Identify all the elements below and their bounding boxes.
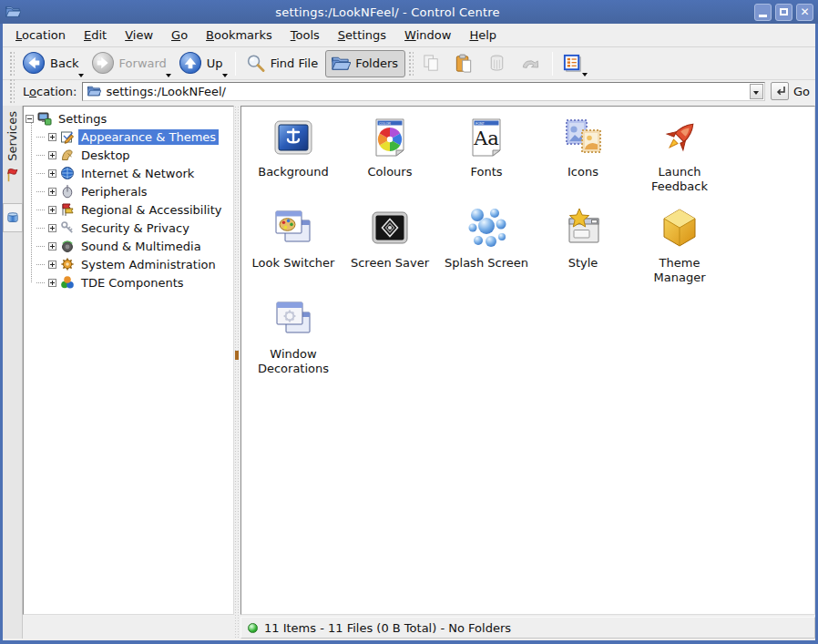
close-button[interactable]: ✕ xyxy=(796,4,813,21)
view-mode-button[interactable] xyxy=(557,50,590,77)
up-label: Up xyxy=(207,56,223,70)
maximize-button[interactable] xyxy=(775,4,792,21)
menu-go[interactable]: Go xyxy=(162,26,197,45)
style-icon xyxy=(561,207,605,250)
back-button[interactable]: Back xyxy=(17,48,87,78)
forward-dropdown-caret[interactable] xyxy=(166,74,171,77)
up-button[interactable]: Up xyxy=(174,48,230,78)
locationbar-drag-handle[interactable] xyxy=(9,78,15,104)
tree-item-desktop[interactable]: Desktop xyxy=(26,146,231,164)
tree-expand-toggle[interactable] xyxy=(48,261,56,269)
tree-item-label[interactable]: Desktop xyxy=(78,148,133,163)
tree-expand-toggle[interactable] xyxy=(48,206,56,214)
trash-button[interactable] xyxy=(482,50,515,77)
tree-item-regional-accessibility[interactable]: Regional & Accessibility xyxy=(26,200,231,219)
menu-edit[interactable]: Edit xyxy=(75,26,116,45)
window-title: settings:/LookNFeel/ - Control Centre xyxy=(21,5,754,19)
tree-item-security-privacy[interactable]: Security & Privacy xyxy=(26,219,231,237)
tree-expand-toggle[interactable] xyxy=(48,133,56,141)
tree-item-label[interactable]: Settings xyxy=(56,111,109,127)
location-input[interactable]: settings:/LookNFeel/ xyxy=(82,82,765,101)
icon-view-item-background[interactable]: Background xyxy=(258,116,329,207)
tree-item-appearance-themes[interactable]: Appearance & Themes xyxy=(26,128,231,146)
tree-item-label[interactable]: Internet & Network xyxy=(78,166,197,181)
minimize-button[interactable] xyxy=(754,4,772,21)
tree-expand-toggle[interactable] xyxy=(48,188,56,196)
tree-item-label[interactable]: Appearance & Themes xyxy=(78,129,219,145)
panel-splitter[interactable] xyxy=(234,106,240,639)
icon-view-item-label: Screen Saver xyxy=(351,256,429,271)
tree-item-label[interactable]: TDE Components xyxy=(78,275,187,291)
tree-connector xyxy=(36,191,45,192)
location-value[interactable]: settings:/LookNFeel/ xyxy=(106,85,745,98)
titlebar[interactable]: settings:/LookNFeel/ - Control Centre ✕ xyxy=(0,0,818,24)
tree-item-peripherals[interactable]: Peripherals xyxy=(26,182,231,200)
icon-view-item-screen-saver[interactable]: Screen Saver xyxy=(351,207,429,298)
icon-view-item-icons[interactable]: Icons xyxy=(561,116,605,207)
menu-settings[interactable]: Settings xyxy=(329,26,395,45)
paste-button[interactable] xyxy=(449,50,482,77)
tree-item-label[interactable]: Peripherals xyxy=(78,184,150,199)
toolbar-separator xyxy=(235,52,236,76)
splitter-grip-icon[interactable] xyxy=(235,351,239,360)
return-arrow-icon xyxy=(772,84,787,98)
tree-item-label[interactable]: Security & Privacy xyxy=(78,220,192,236)
view-mode-dropdown-caret[interactable] xyxy=(582,73,588,77)
green-led-icon xyxy=(248,623,258,633)
back-dropdown-caret[interactable] xyxy=(78,74,84,77)
bookmark-flag-icon[interactable] xyxy=(5,167,21,183)
sidebar-tab-services[interactable] xyxy=(3,203,23,232)
peripherals-icon xyxy=(60,184,75,199)
tree-item-label[interactable]: Regional & Accessibility xyxy=(78,202,224,218)
menu-location[interactable]: Location xyxy=(6,26,75,45)
tree-connector xyxy=(36,137,45,138)
main-toolbar: Back Forward Up Find File Folders xyxy=(3,47,815,80)
internet-icon xyxy=(60,166,75,180)
tree-item-tde-components[interactable]: TDE Components xyxy=(26,273,231,291)
go-button[interactable]: Go xyxy=(771,82,810,100)
tree-item-sound-multimedia[interactable]: Sound & Multimedia xyxy=(26,237,231,255)
icon-view-item-fonts[interactable]: FONTAaFonts xyxy=(465,116,508,207)
tree-expand-toggle[interactable] xyxy=(48,279,56,287)
icon-view-item-colours[interactable]: COLORColours xyxy=(368,116,413,207)
find-file-button[interactable]: Find File xyxy=(240,50,326,77)
copy-button[interactable] xyxy=(416,50,449,77)
menu-window[interactable]: Window xyxy=(395,26,460,45)
icon-view-item-window-decorations[interactable]: Window Decorations xyxy=(250,298,337,389)
folders-button[interactable]: Folders xyxy=(325,50,405,77)
tree-expand-toggle[interactable] xyxy=(48,169,56,178)
find-file-icon xyxy=(245,53,266,74)
security-icon xyxy=(60,220,75,235)
sidebar-tab-label: Services xyxy=(6,111,18,161)
tree-item-label[interactable]: Sound & Multimedia xyxy=(78,239,204,254)
tree-collapse-toggle[interactable] xyxy=(26,115,34,123)
tree-expand-toggle[interactable] xyxy=(48,151,56,159)
icon-view-item-style[interactable]: Style xyxy=(561,207,605,298)
splash-screen-icon xyxy=(465,207,508,250)
up-dropdown-caret[interactable] xyxy=(222,74,228,77)
menu-bookmarks[interactable]: Bookmarks xyxy=(197,26,281,45)
icon-view-item-theme-manager[interactable]: Theme Manager xyxy=(636,207,723,298)
tree-expand-toggle[interactable] xyxy=(48,224,56,232)
toolbar-drag-handle[interactable] xyxy=(9,51,15,77)
menu-help[interactable]: Help xyxy=(460,26,506,45)
sound-icon xyxy=(60,239,75,253)
icon-view-item-splash-screen[interactable]: Splash Screen xyxy=(445,207,528,298)
find-file-label: Find File xyxy=(271,56,319,70)
svg-text:Aa: Aa xyxy=(473,128,499,149)
tree-item-internet-network[interactable]: Internet & Network xyxy=(26,164,231,182)
toolbar-drag-handle[interactable] xyxy=(408,51,414,77)
forward-button[interactable]: Forward xyxy=(87,48,174,78)
tree-expand-toggle[interactable] xyxy=(48,242,56,250)
icon-view-item-launch-feedback[interactable]: Launch Feedback xyxy=(636,116,723,207)
tree-item-label[interactable]: System Administration xyxy=(78,257,219,272)
location-dropdown-button[interactable] xyxy=(750,84,763,99)
undo-button[interactable] xyxy=(515,50,547,77)
back-icon xyxy=(22,51,46,75)
menu-tools[interactable]: Tools xyxy=(281,26,329,45)
icon-view-item-look-switcher[interactable]: Look Switcher xyxy=(252,207,335,298)
tree-item-settings[interactable]: Settings xyxy=(26,109,231,128)
tree-connector xyxy=(36,246,45,247)
tree-item-system-administration[interactable]: System Administration xyxy=(26,255,231,273)
menu-view[interactable]: View xyxy=(116,26,162,45)
